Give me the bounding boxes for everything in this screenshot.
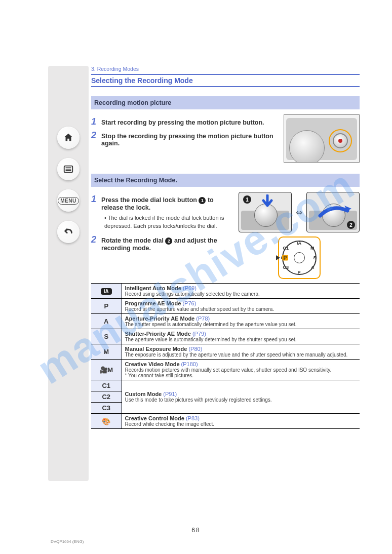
table-row: MManual Exposure Mode (P80)The exposure … — [91, 344, 360, 360]
mode-description: Custom Mode (P91)Use this mode to take p… — [122, 380, 360, 414]
content-area: 3. Recording Modes Selecting the Recordi… — [91, 66, 360, 429]
mode-description: Intelligent Auto Mode (P69)Record using … — [122, 284, 360, 299]
page-title: Selecting the Recording Mode — [91, 74, 360, 87]
mode-symbol: 🎥M — [91, 360, 122, 380]
sidebar: MENU — [48, 66, 89, 481]
mode-description: Shutter-Priority AE Mode (P79)The apertu… — [122, 329, 360, 344]
mode-step-1: 1 Press the mode dial lock button 1 to r… — [91, 194, 232, 211]
badge-2-ref: 2 — [165, 238, 172, 245]
dial-press-illustration: 1 — [239, 192, 292, 232]
mode-symbol: A — [91, 314, 122, 329]
section-heading-mode: Select the Recording Mode. — [91, 174, 360, 187]
mode-description: Programme AE Mode (P76)Record at the ape… — [122, 299, 360, 314]
recording-modes-table: iAIntelligent Auto Mode (P69)Record usin… — [91, 283, 360, 429]
toc-button[interactable] — [57, 158, 80, 180]
mode-symbol: iA — [91, 284, 122, 299]
back-button[interactable] — [57, 221, 80, 243]
mode-dial-face: iA M S A P C3 C2 C1 P — [278, 236, 321, 279]
arrow-down-icon — [261, 194, 273, 210]
breadcrumb: 3. Recording Modes — [91, 66, 360, 72]
home-icon — [63, 132, 74, 143]
mode-note: • The dial is locked if the mode dial lo… — [104, 214, 232, 230]
table-row: 🎨Creative Control Mode (P83)Record while… — [91, 414, 360, 429]
movie-step-1: 1 Start recording by pressing the motion… — [91, 116, 278, 127]
mode-symbol: P — [91, 299, 122, 314]
table-row: iAIntelligent Auto Mode (P69)Record usin… — [91, 284, 360, 299]
page-ref-link[interactable]: (P69) — [183, 285, 197, 291]
mode-symbol: S — [91, 329, 122, 344]
mode-symbol: C1 — [91, 380, 122, 391]
dial-pointer-icon — [276, 255, 280, 260]
page-number: 68 — [191, 527, 200, 534]
page-ref-link[interactable]: (P78) — [196, 315, 210, 322]
back-icon — [63, 226, 74, 238]
table-row: PProgramme AE Mode (P76)Record at the ap… — [91, 299, 360, 314]
mode-description: Creative Video Mode (P180)Records motion… — [122, 360, 360, 380]
mode-description: Aperture-Priority AE Mode (P78)The shutt… — [122, 314, 360, 329]
mode-symbol: M — [91, 344, 122, 360]
table-row: 🎥MCreative Video Mode (P180)Records moti… — [91, 360, 360, 380]
page-ref-link[interactable]: (P180) — [181, 361, 198, 367]
section-heading-movie: Recording motion picture — [91, 96, 360, 109]
table-row: AAperture-Priority AE Mode (P78)The shut… — [91, 314, 360, 329]
badge-1-ref: 1 — [199, 197, 206, 204]
menu-label: MENU — [58, 197, 79, 205]
dial-selected-mode: P — [282, 255, 289, 261]
mode-symbol: 🎨 — [91, 414, 122, 429]
page-ref-link[interactable]: (P91) — [163, 391, 177, 397]
mode-description: Creative Control Mode (P83)Record while … — [122, 414, 360, 429]
double-arrow-icon: ⇔ — [296, 208, 302, 217]
menu-button[interactable]: MENU — [57, 189, 80, 212]
revision-code: DVQP1664 (ENG) — [51, 539, 84, 544]
mode-symbol: C3 — [91, 403, 122, 414]
table-row: C1Custom Mode (P91)Use this mode to take… — [91, 380, 360, 391]
toc-icon — [63, 164, 74, 175]
page-ref-link[interactable]: (P79) — [192, 331, 206, 337]
mode-description: Manual Exposure Mode (P80)The exposure i… — [122, 344, 360, 360]
page-ref-link[interactable]: (P80) — [188, 346, 202, 352]
page-ref-link[interactable]: (P83) — [186, 415, 200, 421]
dial-rotate-illustration: 2 — [306, 192, 360, 232]
mode-symbol: C2 — [91, 391, 122, 403]
home-button[interactable] — [57, 127, 80, 149]
camera-top-illustration — [284, 114, 360, 163]
mode-step-2: 2 Rotate the mode dial 2 and adjust the … — [91, 234, 232, 252]
page-ref-link[interactable]: (P76) — [182, 300, 196, 306]
arrow-curve-icon — [317, 202, 352, 222]
movie-step-2: 2 Stop the recording by pressing the mot… — [91, 130, 278, 147]
table-row: SShutter-Priority AE Mode (P79)The apert… — [91, 329, 360, 344]
